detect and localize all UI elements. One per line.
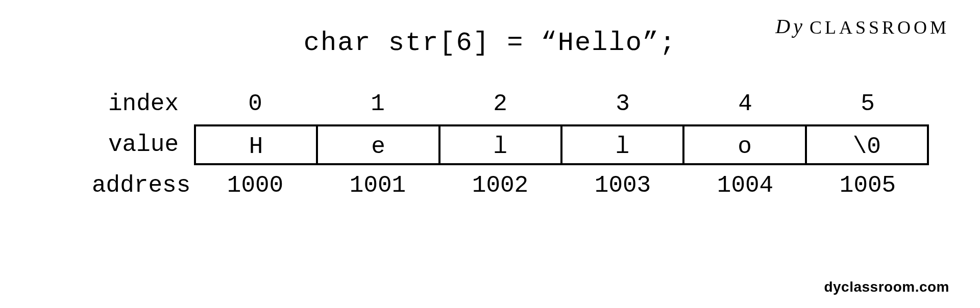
value-cell: l (438, 124, 560, 165)
value-cell: o (682, 124, 804, 165)
address-row: address 1000 1001 1002 1003 1004 1005 (92, 165, 929, 206)
value-row: value H e l l o \0 (92, 124, 929, 165)
index-row: index 0 1 2 3 4 5 (92, 84, 929, 124)
index-cell: 5 (806, 84, 929, 124)
index-cell: 0 (194, 84, 316, 124)
index-cell: 2 (439, 84, 561, 124)
value-label: value (92, 132, 194, 158)
address-cell: 1004 (684, 165, 806, 206)
address-cell: 1003 (561, 165, 684, 206)
footer-attribution: dyclassroom.com (824, 279, 949, 295)
index-cell: 1 (316, 84, 439, 124)
value-cell: \0 (805, 124, 929, 165)
brand-icon: Dy (775, 14, 805, 38)
brand-text: CLASSROOM (810, 17, 949, 38)
address-label: address (92, 172, 194, 199)
brand-logo: Dy CLASSROOM (775, 15, 949, 39)
value-cell: H (194, 124, 316, 165)
address-cell: 1005 (806, 165, 929, 206)
value-cell: e (316, 124, 438, 165)
value-cell: l (560, 124, 682, 165)
address-cell: 1000 (194, 165, 316, 206)
array-diagram: index 0 1 2 3 4 5 value H e l l o \0 add… (51, 84, 929, 206)
index-cell: 3 (561, 84, 684, 124)
index-cell: 4 (684, 84, 806, 124)
address-cell: 1002 (439, 165, 561, 206)
address-cell: 1001 (316, 165, 439, 206)
index-label: index (92, 91, 194, 117)
